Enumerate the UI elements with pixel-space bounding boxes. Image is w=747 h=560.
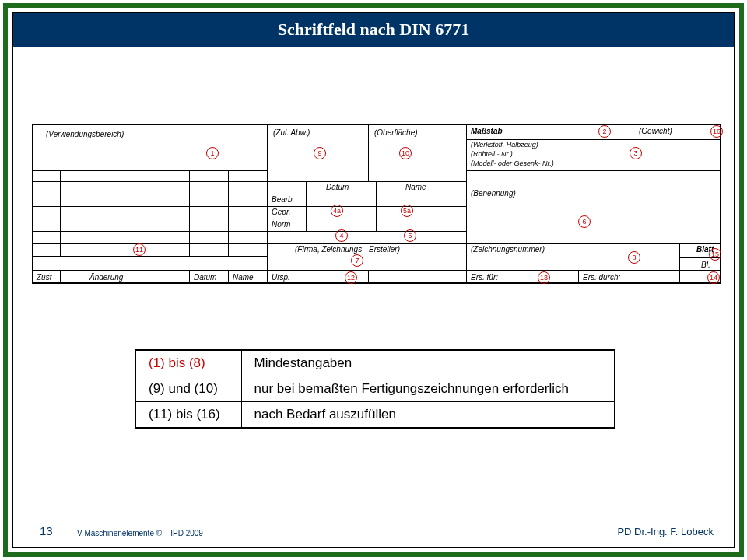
label-zul-abw: (Zul. Abw.): [273, 128, 310, 137]
label-werkstoff2: (Rohteil - Nr.): [471, 150, 513, 158]
marker-16: 16: [710, 125, 723, 138]
label-name2: Name: [233, 273, 254, 282]
label-massstab: Maßstab: [471, 127, 503, 135]
label-verwendungsbereich: (Verwendungsbereich): [46, 130, 124, 138]
page-number: 13: [40, 524, 53, 537]
footer: 13 V-Maschinenelemente © – IPD 2009 PD D…: [13, 519, 734, 547]
legend-table: (1) bis (8) Mindestangaben (9) und (10) …: [135, 349, 615, 429]
marker-11: 11: [133, 243, 146, 256]
label-oberflaeche: (Oberfläche): [374, 128, 418, 137]
schriftfeld-figure: (Verwendungsbereich) (Zul. Abw.) (Oberfl…: [32, 124, 721, 284]
marker-5: 5: [404, 229, 416, 242]
legend-key-0: (1) bis (8): [149, 355, 205, 370]
label-norm: Norm: [272, 220, 290, 229]
label-name: Name: [405, 183, 426, 191]
label-werkstoff3: (Modell- oder Gesenk- Nr.): [471, 159, 554, 167]
label-gepr: Gepr.: [272, 208, 291, 216]
label-bl: Bl.: [701, 261, 710, 269]
label-ursp: Ursp.: [272, 273, 290, 282]
marker-7: 7: [351, 254, 363, 267]
marker-9: 9: [314, 147, 326, 159]
marker-15: 15: [709, 248, 721, 261]
table-row: (9) und (10) nur bei bemaßten Fertigungs…: [135, 376, 615, 402]
marker-13: 13: [538, 271, 550, 284]
legend-val-1: nur bei bemaßten Fertigungszeichnungen e…: [241, 376, 615, 402]
author: PD Dr.-Ing. F. Lobeck: [617, 526, 714, 537]
label-zeichnungsnummer: (Zeichnungsnummer): [471, 245, 545, 254]
legend-key-1: (9) und (10): [135, 376, 241, 402]
table-row: (1) bis (8) Mindestangaben: [135, 350, 615, 376]
marker-6: 6: [578, 215, 591, 228]
inner-frame: Schriftfeld nach DIN 6771 (Verwendungsbe…: [12, 12, 735, 548]
label-datum2: Datum: [194, 273, 216, 282]
marker-4: 4: [335, 229, 348, 242]
marker-1: 1: [206, 147, 219, 159]
marker-2: 2: [598, 125, 611, 138]
marker-4a: 4a: [331, 205, 343, 217]
label-bearb: Bearb.: [272, 195, 294, 204]
copyright: V-Maschinenelemente © – IPD 2009: [77, 529, 203, 537]
marker-5a: 5a: [401, 205, 413, 217]
marker-12: 12: [345, 271, 357, 284]
outer-frame: Schriftfeld nach DIN 6771 (Verwendungsbe…: [3, 3, 744, 557]
legend-val-0: Mindestangaben: [241, 350, 615, 376]
legend-val-2: nach Bedarf auszufüllen: [241, 402, 615, 429]
label-gewicht: (Gewicht): [639, 127, 672, 135]
label-werkstoff1: (Werkstoff, Halbzeug): [471, 141, 538, 149]
marker-14: 14: [707, 271, 720, 284]
label-ers-fuer: Ers. für:: [471, 273, 498, 282]
label-firma: (Firma, Zeichnungs - Ersteller): [295, 245, 400, 254]
label-datum: Datum: [326, 183, 349, 191]
table-row: (11) bis (16) nach Bedarf auszufüllen: [135, 402, 615, 429]
slide-title: Schriftfeld nach DIN 6771: [13, 13, 734, 47]
marker-8: 8: [628, 251, 640, 264]
marker-10: 10: [399, 147, 412, 159]
legend-key-2: (11) bis (16): [135, 402, 241, 429]
label-zust: Zust: [37, 273, 51, 282]
label-aenderung: Änderung: [89, 273, 123, 282]
label-ers-durch: Ers. durch:: [583, 273, 620, 282]
marker-3: 3: [630, 147, 642, 159]
slide-content: (Verwendungsbereich) (Zul. Abw.) (Oberfl…: [13, 47, 734, 547]
label-benennung: (Benennung): [471, 189, 516, 198]
